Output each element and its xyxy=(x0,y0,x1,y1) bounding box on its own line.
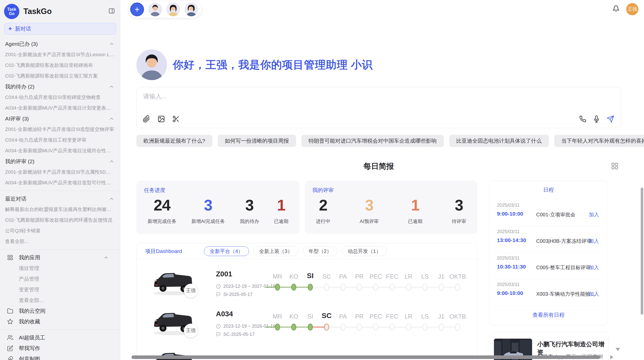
sidebar-item-my-apps[interactable]: 我的应用 xyxy=(0,252,120,263)
scroll-down-arrow[interactable] xyxy=(616,348,620,351)
new-chat-button[interactable]: + 新对话 xyxy=(4,23,116,35)
project-row[interactable]: 王强Z0012023-12-19 ~ 2027-01-19SI-2025-05-… xyxy=(137,261,477,301)
sidebar-section-header[interactable]: 最近对话 xyxy=(0,193,120,204)
scissors-icon[interactable] xyxy=(172,115,180,124)
sidebar-section-header[interactable]: 我的待办 (2) xyxy=(0,81,120,92)
sidebar-app-item[interactable]: 查看全部... xyxy=(0,295,120,306)
plus-icon: + xyxy=(8,25,12,32)
event-time: 10:30-11:30 xyxy=(497,264,526,270)
join-event-link[interactable]: 加入 xyxy=(589,238,599,245)
recent-conversation-item[interactable]: C02-飞腾新能源轻客改款项目的闭环通告反馈情况 xyxy=(0,215,120,226)
suggestion-chip[interactable]: 如何写一份清晰的项目周报 xyxy=(218,135,296,147)
add-member-button[interactable] xyxy=(130,3,144,16)
sidebar-item-feather[interactable]: 创意制图 xyxy=(0,354,120,360)
sidebar-section-header[interactable]: 我的评审 (2) xyxy=(0,156,120,167)
sidebar-task-item[interactable]: Z001-全新燃油轻卡产品开发项目SI造型提交物评审 xyxy=(0,124,120,135)
dashboard-tabs: 全新平台（4）全新上装（3）年型（2）动总开发（1） xyxy=(204,246,387,256)
collapse-sidebar-icon[interactable] xyxy=(108,8,115,15)
team-avatar[interactable] xyxy=(184,3,198,16)
cloud-space-icon xyxy=(7,308,13,314)
sidebar-app-item[interactable]: 变更管理 xyxy=(0,284,120,295)
stat-value: 2 xyxy=(316,196,330,214)
sidebar-section-header[interactable]: AI评审 (3) xyxy=(0,113,120,124)
sidebar-sections: Agent已办 (3)Z001-全新燃油皮卡产品开发项目SI节点Lesson L… xyxy=(0,37,120,360)
sidebar-task-item[interactable]: C0X4-动力总成开发项目工程变更评审 xyxy=(0,135,120,145)
sidebar-task-item[interactable]: C02-飞腾新能源轻客改款项目立项汇报方案 xyxy=(0,71,120,81)
event-name: C003|H0B-方案冻结评审 xyxy=(536,238,592,245)
send-icon[interactable] xyxy=(607,115,614,124)
sidebar-item-users[interactable]: AI超级员工 xyxy=(0,332,120,343)
sidebar-item-folder[interactable]: 我的云空间 xyxy=(0,306,120,316)
team-avatar[interactable] xyxy=(148,3,162,16)
stat-cards: 任务进度24新增完成任务3新增AI完成任务3我的待办1已逾期我的评审2进行中3A… xyxy=(136,181,477,234)
chevron-up-icon xyxy=(109,159,114,164)
sidebar-header: Task Go TaskGo xyxy=(0,4,120,19)
join-event-link[interactable]: 加入 xyxy=(589,211,599,218)
sidebar-task-item[interactable]: Z001-全新燃油轻卡产品开发项目SI节点属性5D文件评审 xyxy=(0,167,120,177)
suggestion-chip[interactable]: 特朗普可能对进口汽车增税会对中国车企造成哪些影响 xyxy=(301,135,444,147)
join-event-link[interactable]: 加入 xyxy=(589,264,599,271)
user-avatar[interactable]: 王强 xyxy=(626,3,638,15)
horizontal-scrollbar[interactable] xyxy=(131,355,600,359)
image-icon[interactable] xyxy=(157,115,165,124)
milestone-label: KO xyxy=(289,273,298,280)
suggestion-chip[interactable]: 比亚迪全固态电池计划具体说了什么 xyxy=(449,135,549,147)
milestone-dot xyxy=(390,284,395,291)
sidebar-item-star[interactable]: 我的收藏 xyxy=(0,316,120,327)
milestone-dot xyxy=(439,284,444,291)
milestone-dot xyxy=(275,284,280,291)
project-row[interactable]: 王强A0342023-12-19 ~ 2026-01-19SC-2025-05-… xyxy=(137,301,477,341)
suggestion-chip[interactable]: 当下年轻人对汽车外观有怎样的喜好趋势 xyxy=(554,135,644,147)
view-all-schedule-link[interactable]: 查看所有日程 xyxy=(489,311,608,319)
notification-bell-icon[interactable] xyxy=(612,5,620,13)
event-time: 9:00-10:00 xyxy=(497,211,523,217)
stat-card: 我的评审2进行中3AI预评审1已逾期3待评审 xyxy=(305,181,477,234)
vertical-scrollbar[interactable] xyxy=(641,188,643,315)
sidebar-app-item[interactable]: 项目管理 xyxy=(0,263,120,274)
layout-grid-icon[interactable] xyxy=(611,162,619,171)
stat-label: 已逾期 xyxy=(274,218,288,225)
event-date: 2025/03/11 xyxy=(497,256,520,261)
attach-icon[interactable] xyxy=(143,115,150,124)
microphone-icon[interactable] xyxy=(593,115,600,124)
team-avatar[interactable] xyxy=(166,3,180,16)
stat-card-title: 我的评审 xyxy=(312,187,470,194)
chat-input[interactable] xyxy=(143,92,614,109)
dashboard-tab[interactable]: 全新平台（4） xyxy=(204,246,249,256)
dashboard-tab[interactable]: 全新上装（3） xyxy=(253,246,298,256)
sidebar-task-item[interactable]: A034-全新新能源MUV产品开发项目法规符合性评审 xyxy=(0,145,120,156)
briefing-header: 每日简报 xyxy=(136,161,621,172)
stat-cell: 2进行中 xyxy=(316,196,330,225)
milestone-label: PEC xyxy=(370,273,382,280)
event-time: 13:00-14:30 xyxy=(497,237,526,243)
chevron-up-icon xyxy=(109,116,114,122)
sidebar-task-item[interactable]: C02-飞腾新能源轻客改款项目里程碑画布 xyxy=(0,60,120,71)
view-all-conversations[interactable]: 查看全部... xyxy=(0,236,120,247)
milestone-dot xyxy=(324,284,329,291)
dashboard-tab[interactable]: 动总开发（1） xyxy=(342,246,387,256)
section-title: AI评审 (3) xyxy=(5,115,29,122)
sidebar-item-edit[interactable]: 帮我写作 xyxy=(0,343,120,354)
stat-label: 我的待办 xyxy=(240,218,259,225)
sidebar-task-item[interactable]: C0X4-动力总成开发项目SI里程碑提交物检查 xyxy=(0,92,120,103)
suggestion-chip[interactable]: 欧洲新规最近颁布了什么? xyxy=(136,135,212,147)
stat-cell: 3新增AI完成任务 xyxy=(191,196,225,225)
recent-conversation-item[interactable]: 公司Q3轻卡销量 xyxy=(0,226,120,236)
dashboard-header: 项目Dashboard 全新平台（4）全新上装（3）年型（2）动总开发（1） xyxy=(137,243,477,259)
sidebar-task-item[interactable]: A034-全新新能源MUV产品开发项目计划变更表编写 xyxy=(0,103,120,113)
scroll-right-arrow[interactable] xyxy=(610,355,613,359)
sidebar-task-item[interactable]: Z001-全新燃油皮卡产品开发项目SI节点Lesson Learn报告 xyxy=(0,49,120,60)
voice-call-icon[interactable] xyxy=(579,115,586,124)
sidebar-section-header[interactable]: Agent已办 (3) xyxy=(0,39,120,49)
main-area: 王强 你好，王强，我是你的项目管理助理 小识 欧洲新规最近颁布了什么?如何写一份… xyxy=(120,0,644,360)
nav-label: AI超级员工 xyxy=(19,334,45,341)
assistant-avatar xyxy=(136,49,167,80)
sidebar-app-item[interactable]: 产品管理 xyxy=(0,274,120,284)
event-name: C001-立项审批会 xyxy=(536,211,575,218)
dashboard-tab[interactable]: 年型（2） xyxy=(303,246,338,256)
logo-line-1: Task xyxy=(7,7,16,11)
join-event-link[interactable]: 加入 xyxy=(589,291,599,297)
sidebar-task-item[interactable]: A034-全新新能源MUV产品开发项目造型可行性评审 xyxy=(0,177,120,188)
milestone-dot xyxy=(373,284,378,291)
recent-conversation-item[interactable]: 解释最新出台的欧盟报废车法规再生塑料比例被调至15%... xyxy=(0,204,120,215)
